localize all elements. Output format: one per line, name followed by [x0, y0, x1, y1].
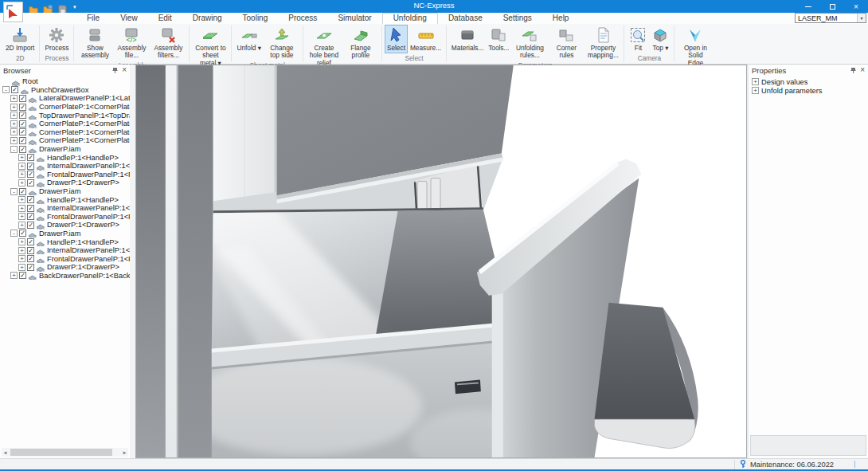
materials-button[interactable]: Materials...	[449, 25, 486, 61]
tree-node-label[interactable]: CornerPlateP:1<CornerPlateP>	[39, 103, 130, 111]
fit-button[interactable]: Fit	[627, 25, 649, 53]
viewport-3d[interactable]	[135, 65, 747, 458]
menu-item-file[interactable]: File	[76, 13, 110, 24]
pin-icon[interactable]	[112, 67, 118, 74]
expand-icon[interactable]: +	[752, 87, 759, 94]
expand-icon[interactable]: +	[18, 179, 25, 186]
visibility-checkbox[interactable]: ✓	[19, 230, 26, 237]
show-assembly-button[interactable]: Show assembly	[76, 25, 113, 61]
visibility-checkbox[interactable]: ✓	[19, 146, 26, 153]
tree-node-label[interactable]: BackDrawerPanelP:1<BackDrawerPanelP>	[39, 272, 130, 280]
tree-row-internaldrawerpanelp[interactable]: +✓InternalDrawerPanelP:1<InternalDrawerP…	[0, 246, 130, 255]
tree-row-handlep[interactable]: +✓HandleP:1<HandleP>	[0, 237, 130, 246]
visibility-checkbox[interactable]: ✓	[19, 112, 26, 119]
scrollbar-track[interactable]	[9, 448, 121, 457]
visibility-checkbox[interactable]: ✓	[27, 154, 34, 161]
tree-node-label[interactable]: DrawerP.iam	[39, 145, 81, 153]
menu-item-view[interactable]: View	[110, 13, 148, 24]
visibility-checkbox[interactable]: ✓	[27, 196, 34, 203]
minimize-button[interactable]	[796, 0, 820, 13]
flange-profile-button[interactable]: Flange profile	[342, 25, 379, 68]
expand-icon[interactable]: +	[10, 272, 18, 279]
menu-item-settings[interactable]: Settings	[493, 13, 542, 24]
property-group-design-values[interactable]: +Design values	[749, 77, 868, 86]
menu-item-database[interactable]: Database	[438, 13, 493, 24]
corner-rules-button[interactable]: Corner rules	[548, 25, 585, 61]
tree-node-label[interactable]: FrontalDrawerPanelP:1<FrontalDrawerPanel…	[47, 255, 130, 263]
tree-row-frontaldrawerpanelp[interactable]: +✓FrontalDrawerPanelP:1<FrontalDrawerPan…	[0, 254, 130, 263]
tree-node-label[interactable]: DrawerP:1<DrawerP>	[47, 263, 119, 271]
visibility-checkbox[interactable]: ✓	[27, 213, 34, 220]
tree-row-drawerp[interactable]: +✓DrawerP:1<DrawerP>	[0, 221, 130, 230]
tree-node-label[interactable]: CornerPlateP:1<CornerPlateP>	[39, 136, 130, 144]
visibility-checkbox[interactable]: ✓	[27, 171, 34, 178]
tree-row-root[interactable]: Root	[0, 77, 130, 86]
assembly-file-button[interactable]: </>Assembly file...	[113, 25, 150, 61]
tree-node-label[interactable]: FrontalDrawerPanelP:1<FrontalDrawerPanel…	[47, 213, 130, 221]
tree-row-cornerplatep[interactable]: +✓CornerPlateP:1<CornerPlateP>	[0, 128, 130, 137]
tree-node-label[interactable]: CornerPlateP:1<CornerPlateP>	[39, 120, 130, 128]
tree-node-label[interactable]: DrawerP.iam	[39, 230, 81, 237]
tree-node-label[interactable]: TopDrawerPanelP:1<TopDrawerPanelP>	[39, 112, 130, 120]
visibility-checkbox[interactable]: ✓	[27, 264, 34, 271]
collapse-icon[interactable]: -	[10, 230, 18, 237]
expand-icon[interactable]: +	[18, 222, 25, 229]
tree-row-drawerp[interactable]: +✓DrawerP:1<DrawerP>	[0, 179, 130, 187]
tree-row-frontaldrawerpanelp[interactable]: +✓FrontalDrawerPanelP:1<FrontalDrawerPan…	[0, 213, 130, 222]
tree-row-drawerp-iam[interactable]: -✓DrawerP.iam	[0, 187, 130, 196]
collapse-icon[interactable]: -	[2, 86, 10, 93]
visibility-checkbox[interactable]: ✓	[19, 104, 26, 111]
property-mapping-button[interactable]: Property mapping...	[585, 25, 621, 61]
expand-icon[interactable]: +	[18, 238, 25, 245]
menu-item-process[interactable]: Process	[278, 13, 327, 24]
expand-icon[interactable]: +	[10, 120, 18, 128]
tree-row-drawerp-iam[interactable]: -✓DrawerP.iam	[0, 230, 130, 238]
visibility-checkbox[interactable]: ✓	[27, 179, 34, 186]
change-top-side-button[interactable]: Change top side	[264, 25, 300, 61]
tree-row-handlep[interactable]: +✓HandleP:1<HandleP>	[0, 195, 130, 204]
app-logo-icon[interactable]	[3, 2, 23, 22]
expand-icon[interactable]: +	[10, 104, 18, 111]
tree-node-label[interactable]: InternalDrawerPanelP:1<InternalDrawerPan…	[47, 162, 130, 170]
scrollbar-thumb[interactable]	[10, 449, 112, 456]
tree-row-cornerplatep[interactable]: +✓CornerPlateP:1<CornerPlateP>	[0, 136, 130, 145]
unfolding-rules-button[interactable]: Unfolding rules...	[511, 25, 548, 61]
visibility-checkbox[interactable]: ✓	[27, 222, 34, 229]
tree-row-punchdrawerbox[interactable]: -✓PunchDrawerBox	[0, 86, 130, 95]
panel-splitter[interactable]	[130, 65, 135, 458]
tree-node-label[interactable]: DrawerP:1<DrawerP>	[47, 179, 119, 186]
visibility-checkbox[interactable]: ✓	[27, 255, 34, 262]
close-panel-icon[interactable]: ×	[860, 66, 865, 74]
menu-item-simulator[interactable]: Simulator	[327, 13, 381, 24]
browser-horizontal-scrollbar[interactable]: ◂ ▸	[2, 448, 128, 457]
tree-row-cornerplatep[interactable]: +✓CornerPlateP:1<CornerPlateP>	[0, 120, 130, 128]
tree-node-label[interactable]: DrawerP.iam	[39, 187, 81, 195]
expand-icon[interactable]: +	[10, 137, 18, 144]
tree-node-label[interactable]: HandleP:1<HandleP>	[47, 238, 119, 246]
visibility-checkbox[interactable]: ✓	[19, 272, 26, 279]
tree-node-label[interactable]: CornerPlateP:1<CornerPlateP>	[39, 128, 130, 136]
tree-node-label[interactable]: HandleP:1<HandleP>	[47, 154, 119, 162]
expand-icon[interactable]: +	[18, 213, 25, 220]
menu-item-drawing[interactable]: Drawing	[182, 13, 233, 24]
visibility-checkbox[interactable]: ✓	[19, 128, 26, 135]
process-button[interactable]: Process	[42, 25, 71, 53]
tree-row-internaldrawerpanelp[interactable]: +✓InternalDrawerPanelP:1<InternalDrawerP…	[0, 162, 130, 171]
2d-import-button[interactable]: 2D Import	[3, 25, 37, 53]
expand-icon[interactable]: +	[18, 154, 25, 161]
select-button[interactable]: Select	[385, 25, 408, 53]
close-panel-icon[interactable]: ×	[122, 66, 127, 74]
expand-icon[interactable]: +	[18, 171, 25, 178]
collapse-icon[interactable]: -	[10, 188, 18, 195]
expand-icon[interactable]: +	[18, 247, 25, 254]
expand-icon[interactable]: +	[18, 163, 25, 170]
convert-to-sheet-metal-button[interactable]: Convert to sheet metal ▾	[192, 25, 229, 68]
assembly-filters-button[interactable]: Assembly filters...	[150, 25, 186, 61]
expand-icon[interactable]: +	[752, 78, 759, 85]
menu-item-edit[interactable]: Edit	[148, 13, 182, 24]
visibility-checkbox[interactable]: ✓	[19, 188, 26, 195]
visibility-checkbox[interactable]: ✓	[11, 86, 18, 93]
close-button[interactable]: ×	[844, 0, 868, 13]
collapse-icon[interactable]: -	[10, 146, 18, 153]
expand-icon[interactable]: +	[18, 205, 25, 212]
